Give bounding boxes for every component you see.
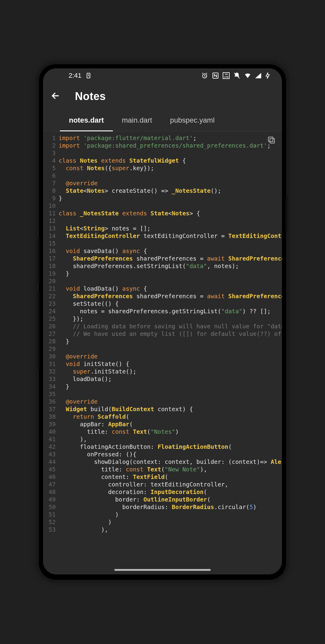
tab-label: pubspec.yaml	[170, 116, 215, 124]
tab-notes-dart[interactable]: notes.dart	[60, 110, 113, 131]
tab-main-dart[interactable]: main.dart	[113, 110, 161, 131]
phone-frame: 2:41 VoLTE	[38, 63, 287, 581]
app-bar: Notes	[43, 83, 282, 110]
wifi-icon	[244, 73, 251, 79]
copy-button[interactable]	[267, 136, 276, 146]
tab-bar: notes.dart main.dart pubspec.yaml	[43, 110, 282, 131]
nav-pill[interactable]	[114, 569, 211, 571]
charging-icon	[265, 72, 270, 79]
power-button	[286, 195, 287, 232]
tab-pubspec-yaml[interactable]: pubspec.yaml	[161, 110, 224, 131]
battery-sync-icon	[86, 72, 91, 79]
volume-up-button	[38, 238, 39, 283]
svg-rect-4	[268, 137, 273, 142]
clock-text: 2:41	[69, 72, 82, 80]
volume-down-button	[38, 292, 39, 370]
alarm-icon	[201, 72, 208, 79]
code-source: import 'package:flutter/material.dart';i…	[59, 134, 282, 533]
signal-icon	[255, 73, 262, 79]
nfc-icon	[212, 72, 219, 79]
line-gutter: 1234567891011121314151617181920212223242…	[43, 134, 59, 533]
volte-icon: VoLTE	[223, 72, 230, 79]
tab-label: main.dart	[122, 116, 152, 124]
screen: 2:41 VoLTE	[43, 68, 282, 574]
code-viewer[interactable]: 1234567891011121314151617181920212223242…	[43, 131, 282, 574]
status-bar: 2:41 VoLTE	[43, 68, 282, 83]
silent-icon	[233, 72, 240, 79]
svg-rect-3	[270, 139, 274, 143]
back-button[interactable]	[50, 91, 60, 102]
page-title: Notes	[75, 90, 106, 103]
tab-label: notes.dart	[69, 116, 104, 124]
